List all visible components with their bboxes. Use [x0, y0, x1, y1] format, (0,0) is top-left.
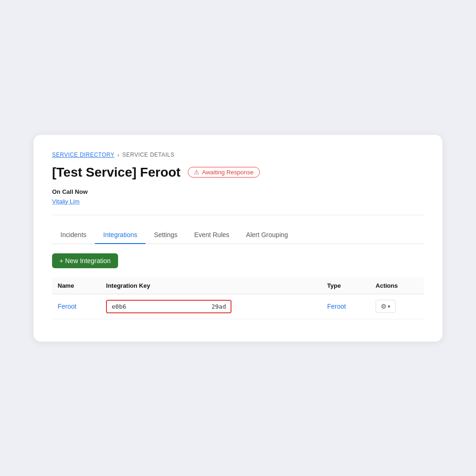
row-name-link[interactable]: Feroot — [58, 303, 76, 310]
tab-settings[interactable]: Settings — [145, 226, 186, 244]
key-start: e0b6 — [112, 303, 126, 310]
actions-cell: ⚙ ▾ — [376, 300, 418, 313]
col-header-integration-key: Integration Key — [100, 278, 322, 294]
col-header-type: Type — [322, 278, 370, 294]
breadcrumb-separator: › — [117, 152, 119, 159]
key-end: 29ad — [212, 303, 226, 310]
chevron-down-icon: ▾ — [388, 304, 390, 310]
tabs-container: Incidents Integrations Settings Event Ru… — [52, 226, 424, 244]
tab-integrations[interactable]: Integrations — [95, 226, 145, 244]
integrations-table: Name Integration Key Type Actions Feroot… — [52, 278, 424, 319]
alert-icon: ⚠ — [194, 169, 199, 176]
page-title: [Test Service] Feroot — [52, 165, 180, 180]
row-integration-key-cell: e0b6 29ad — [100, 294, 322, 319]
breadcrumb-current: SERVICE DETAILS — [122, 152, 174, 158]
row-name-cell: Feroot — [52, 294, 100, 319]
title-row: [Test Service] Feroot ⚠ Awaiting Respons… — [52, 165, 424, 180]
tab-alert-grouping[interactable]: Alert Grouping — [238, 226, 296, 244]
row-type-link[interactable]: Feroot — [327, 303, 346, 310]
status-badge: ⚠ Awaiting Response — [188, 167, 259, 178]
on-call-section: On Call Now Vitaliy Lim — [52, 188, 424, 215]
action-gear-button[interactable]: ⚙ ▾ — [376, 300, 396, 313]
col-header-actions: Actions — [370, 278, 424, 294]
tab-incidents[interactable]: Incidents — [52, 226, 95, 244]
col-header-name: Name — [52, 278, 100, 294]
on-call-name[interactable]: Vitaliy Lim — [52, 198, 79, 205]
service-detail-card: SERVICE DIRECTORY › SERVICE DETAILS [Tes… — [33, 135, 443, 342]
integration-key-display[interactable]: e0b6 29ad — [106, 300, 231, 313]
table-row: Feroot e0b6 29ad Feroot ⚙ ▾ — [52, 294, 424, 319]
on-call-label: On Call Now — [52, 188, 424, 195]
status-badge-label: Awaiting Response — [202, 169, 253, 176]
tab-event-rules[interactable]: Event Rules — [186, 226, 238, 244]
row-type-cell: Feroot — [322, 294, 370, 319]
gear-icon: ⚙ — [381, 303, 387, 310]
breadcrumb: SERVICE DIRECTORY › SERVICE DETAILS — [52, 152, 424, 159]
breadcrumb-service-directory[interactable]: SERVICE DIRECTORY — [52, 152, 114, 158]
new-integration-button[interactable]: + New Integration — [52, 253, 118, 268]
row-actions-cell: ⚙ ▾ — [370, 294, 424, 319]
